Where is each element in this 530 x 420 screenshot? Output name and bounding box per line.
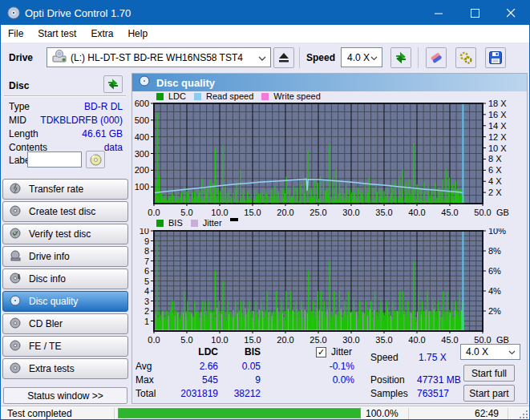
refresh-icon xyxy=(107,78,119,91)
bis-column-header: BIS xyxy=(220,346,261,357)
cd-icon xyxy=(90,154,102,166)
toolbar: Drive (L:) HL-DT-ST BD-RE WH16NS58 TST4 … xyxy=(1,42,529,73)
axis-tick-label: GB xyxy=(496,208,509,217)
disc-label-button[interactable] xyxy=(86,151,105,168)
settings-button[interactable] xyxy=(455,47,476,68)
axis-tick-label: 10 xyxy=(140,228,149,236)
start-full-button[interactable]: Start full xyxy=(463,365,515,382)
sidebar-item-verify-test-disc[interactable]: Verify test disc xyxy=(2,224,128,244)
axis-tick-label: 300 xyxy=(135,149,149,159)
resize-grip[interactable] xyxy=(520,410,528,418)
eject-button[interactable] xyxy=(273,47,294,68)
window-title: Opti Drive Control 1.70 xyxy=(25,7,131,19)
axis-tick-label: 8 xyxy=(144,246,149,256)
drive-select[interactable]: (L:) HL-DT-ST BD-RE WH16NS58 TST4 xyxy=(47,47,271,67)
disc-icon xyxy=(10,228,22,241)
axis-tick-label: 8% xyxy=(488,246,501,256)
avg-jitter-value: -0.1% xyxy=(304,361,354,372)
menu-help[interactable]: Help xyxy=(120,26,155,42)
title-bar: Opti Drive Control 1.70 xyxy=(1,1,529,25)
axis-tick-label: 10.0 xyxy=(211,208,228,217)
sidebar-item-disc-quality[interactable]: Disc quality xyxy=(2,291,128,312)
max-ldc-value: 545 xyxy=(168,374,218,386)
card-title: Disc quality xyxy=(156,77,215,89)
refresh-icon xyxy=(394,50,408,65)
close-button[interactable] xyxy=(493,1,529,25)
sidebar-item-disc-info[interactable]: Disc info xyxy=(2,269,128,289)
elapsed-time: 62:49 xyxy=(475,408,499,419)
max-row-label: Max xyxy=(136,374,154,386)
sidebar-item-fe-te[interactable]: FE / TE xyxy=(2,336,128,357)
total-ldc-value: 2031819 xyxy=(168,388,218,399)
sidebar-item-label: CD Bler xyxy=(29,318,63,329)
samples-stat-label: Samples xyxy=(370,388,408,399)
status-window-button[interactable]: Status window >> xyxy=(3,387,127,404)
axis-tick-label: 600 xyxy=(135,99,149,108)
menu-start-test[interactable]: Start test xyxy=(30,26,83,42)
axis-tick-label: 5.0 xyxy=(180,208,192,217)
disc-mid-value: TDKBLDRFB (000) xyxy=(40,115,123,126)
bis-jitter-chart: 1098765432110%8%6%4%2%0.05.010.015.020.0… xyxy=(132,228,527,347)
axis-tick-label: 1 xyxy=(144,317,149,326)
axis-tick-label: 10 X xyxy=(488,143,507,153)
progress-bar xyxy=(118,408,361,418)
axis-tick-label: 7 xyxy=(144,256,149,266)
save-button[interactable] xyxy=(485,47,506,68)
axis-tick-label: 8 X xyxy=(488,154,502,164)
drive-select-value: (L:) HL-DT-ST BD-RE WH16NS58 TST4 xyxy=(71,52,243,63)
refresh-disc-button[interactable] xyxy=(103,75,123,93)
ldc-chart: 60050040030020010018 X16 X14 X12 X10 X8 … xyxy=(132,99,527,220)
refresh-speeds-button[interactable] xyxy=(390,47,411,68)
chevron-down-icon xyxy=(370,52,378,63)
jitter-checkbox[interactable]: ✓ xyxy=(316,347,326,357)
axis-tick-label: 4 X xyxy=(488,176,502,186)
jitter-legend-swatch xyxy=(191,220,198,227)
bis-legend-label: BIS xyxy=(168,218,183,228)
axis-tick-label: 35.0 xyxy=(375,208,392,217)
drive-icon xyxy=(10,250,22,264)
sidebar-item-transfer-rate[interactable]: Transfer rate xyxy=(2,179,128,200)
progress-percent: 100.0% xyxy=(366,408,399,419)
menu-extra[interactable]: Extra xyxy=(83,26,120,42)
sidebar-item-create-test-disc[interactable]: Create test disc xyxy=(2,201,128,222)
minimize-button[interactable] xyxy=(421,1,457,25)
position-stat-value: 47731 MB xyxy=(417,374,461,386)
sidebar-item-drive-info[interactable]: Drive info xyxy=(2,246,128,267)
axis-tick-label: 14 X xyxy=(488,121,507,131)
bis-legend-swatch xyxy=(156,220,164,227)
drive-label: Drive xyxy=(9,52,33,63)
avg-bis-value: 0.05 xyxy=(220,361,261,372)
axis-tick-label: 10% xyxy=(488,228,506,236)
axis-tick-label: 16 X xyxy=(488,110,507,119)
app-icon xyxy=(7,6,20,19)
axis-tick-label: 0.0 xyxy=(148,208,160,217)
maximize-button[interactable] xyxy=(457,1,493,25)
axis-tick-label: 30.0 xyxy=(342,208,359,217)
disc-label-input[interactable] xyxy=(27,151,82,168)
max-bis-value: 9 xyxy=(220,374,261,386)
axis-tick-label: 6 xyxy=(144,266,149,276)
speed-select[interactable]: 4.0 X xyxy=(341,47,382,67)
sidebar-item-label: Disc quality xyxy=(29,296,78,307)
bis-chart-legend: BIS Jitter xyxy=(156,218,238,228)
axis-tick-label: 40.0 xyxy=(408,208,425,217)
menu-file[interactable]: File xyxy=(1,26,30,42)
start-part-button[interactable]: Start part xyxy=(463,385,515,402)
jitter-column-header: Jitter xyxy=(331,346,352,357)
sidebar-item-cd-bler[interactable]: CD Bler xyxy=(2,313,128,334)
axis-tick-label: 2 xyxy=(144,306,149,316)
axis-tick-label: 25.0 xyxy=(310,208,326,217)
sidebar-item-extra-tests[interactable]: Extra tests xyxy=(2,358,128,379)
erase-disc-button[interactable] xyxy=(426,47,447,68)
position-stat-label: Position xyxy=(370,374,405,386)
sidebar-item-label: Extra tests xyxy=(29,363,75,374)
disc-length-label: Length xyxy=(9,128,38,139)
disc-type-value: BD-R DL xyxy=(84,101,123,112)
axis-tick-label: 20.0 xyxy=(277,208,293,217)
speed-stat-value: 1.75 X xyxy=(419,352,447,363)
disc-icon xyxy=(139,75,150,90)
axis-tick-label: 100 xyxy=(135,182,149,192)
test-speed-select[interactable]: 4.0 X xyxy=(460,344,520,360)
status-text: Test completed xyxy=(7,408,72,419)
axis-tick-label: 2% xyxy=(488,306,501,316)
